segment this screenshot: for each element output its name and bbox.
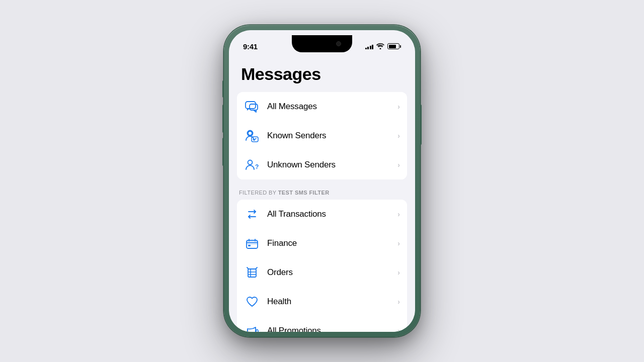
volume-down-button xyxy=(222,138,224,166)
known-senders-label: Known Senders xyxy=(267,131,397,141)
unknown-senders-icon: ? xyxy=(244,157,260,173)
chevron-icon: › xyxy=(397,268,400,277)
all-promotions-label: All Promotions xyxy=(267,326,397,332)
list-item-all-transactions[interactable]: All Transactions › xyxy=(237,200,407,229)
battery-icon xyxy=(387,43,401,49)
page-background: 9:41 xyxy=(0,0,644,362)
list-item-all-promotions[interactable]: All Promotions › xyxy=(237,316,407,332)
chevron-icon: › xyxy=(397,298,400,306)
notch xyxy=(292,35,352,52)
svg-rect-9 xyxy=(248,245,251,246)
page-content: Messages xyxy=(229,55,415,332)
unknown-senders-label: Unknown Senders xyxy=(267,160,397,170)
svg-rect-1 xyxy=(250,104,258,110)
chevron-icon: › xyxy=(397,161,400,169)
known-senders-icon xyxy=(244,128,260,144)
list-item-finance[interactable]: Finance › xyxy=(237,229,407,258)
chevron-icon: › xyxy=(397,132,400,140)
health-label: Health xyxy=(267,297,397,307)
svg-point-5 xyxy=(248,160,253,165)
list-item-unknown-senders[interactable]: ? Unknown Senders › xyxy=(237,150,407,179)
orders-label: Orders xyxy=(267,267,397,278)
volume-up-button xyxy=(222,105,224,133)
chevron-icon: › xyxy=(397,210,400,218)
front-camera xyxy=(336,41,341,46)
finance-icon xyxy=(244,235,260,251)
phone-screen: 9:41 xyxy=(229,30,415,332)
svg-point-2 xyxy=(248,131,252,135)
wifi-icon xyxy=(376,43,384,49)
status-icons xyxy=(365,43,401,49)
promotions-icon xyxy=(244,323,260,332)
svg-text:?: ? xyxy=(255,163,259,170)
list-item-known-senders[interactable]: Known Senders › xyxy=(237,121,407,150)
all-transactions-label: All Transactions xyxy=(267,209,397,219)
transactions-icon xyxy=(244,206,260,222)
list-item-orders[interactable]: Orders › xyxy=(237,258,407,287)
finance-label: Finance xyxy=(267,238,397,248)
chevron-icon: › xyxy=(397,327,400,332)
filter-label: FILTERED BY TEST SMS FILTER xyxy=(229,184,415,200)
list-item-health[interactable]: Health › xyxy=(237,287,407,316)
power-button xyxy=(420,105,422,145)
svg-point-11 xyxy=(256,330,258,332)
page-title: Messages xyxy=(229,59,415,92)
phone-device: 9:41 xyxy=(224,25,420,337)
svg-rect-10 xyxy=(248,269,256,277)
filtered-list-group: All Transactions › xyxy=(237,200,407,332)
all-messages-label: All Messages xyxy=(267,102,397,112)
health-icon xyxy=(244,294,260,310)
list-item-all-messages[interactable]: All Messages › xyxy=(237,92,407,121)
signal-icon xyxy=(365,43,374,49)
orders-icon xyxy=(244,264,260,281)
top-list-group: All Messages › xyxy=(237,92,407,179)
screen-content: 9:41 xyxy=(229,30,415,332)
chat-bubbles-icon xyxy=(244,99,260,115)
status-time: 9:41 xyxy=(243,42,258,51)
chevron-icon: › xyxy=(397,239,400,247)
mute-button xyxy=(222,80,224,98)
chevron-icon: › xyxy=(397,103,400,111)
svg-rect-0 xyxy=(246,102,256,109)
